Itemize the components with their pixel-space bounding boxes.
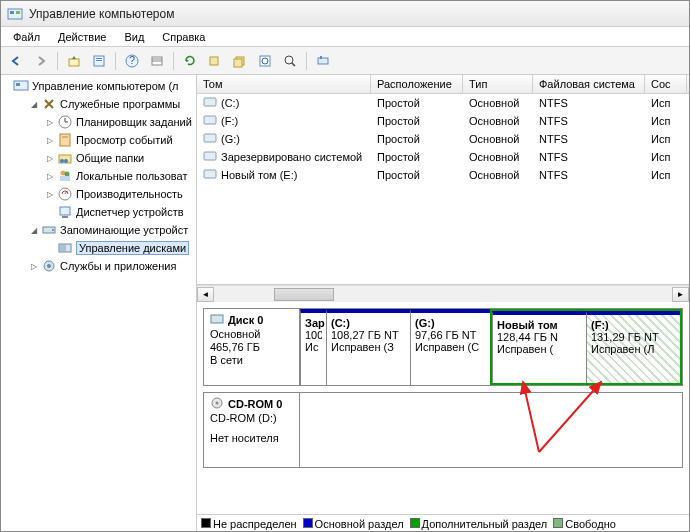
disk0-info: Диск 0 Основной 465,76 ГБ В сети: [204, 309, 300, 385]
legend: Не распределен Основной раздел Дополните…: [197, 514, 689, 532]
disk0-partitions: Зар 100 Ис (C:) 108,27 ГБ NT Исправен (З…: [300, 309, 682, 385]
tool-button-2[interactable]: [229, 50, 251, 72]
menu-help[interactable]: Справка: [154, 29, 213, 45]
volume-list-header: Том Расположение Тип Файловая система Со…: [197, 75, 689, 94]
computer-icon: [13, 78, 29, 94]
tool-button-3[interactable]: [254, 50, 276, 72]
volume-icon: [203, 133, 217, 143]
titlebar: Управление компьютером: [1, 1, 689, 27]
clock-icon: [57, 114, 73, 130]
perf-icon: [57, 186, 73, 202]
tool-button-5[interactable]: [312, 50, 334, 72]
right-pane: Том Расположение Тип Файловая система Со…: [197, 75, 689, 532]
tool-button-4[interactable]: [279, 50, 301, 72]
svg-point-51: [216, 402, 219, 405]
svg-point-32: [65, 172, 70, 177]
tree-root[interactable]: Управление компьютером (л: [1, 77, 196, 95]
disk-graphical-area: Диск 0 Основной 465,76 ГБ В сети Зар 100…: [197, 302, 689, 514]
device-icon: [57, 204, 73, 220]
folder-shared-icon: [57, 150, 73, 166]
svg-rect-37: [62, 216, 68, 218]
disk0-row[interactable]: Диск 0 Основной 465,76 ГБ В сети Зар 100…: [203, 308, 683, 386]
tree-eventviewer[interactable]: ▷Просмотр событий: [1, 131, 196, 149]
svg-rect-1: [10, 11, 14, 14]
expand-icon[interactable]: ▷: [45, 118, 54, 127]
svg-rect-2: [16, 11, 20, 14]
col-layout[interactable]: Расположение: [371, 75, 463, 93]
volume-row[interactable]: (F:)ПростойОсновнойNTFSИсп: [197, 112, 689, 130]
expand-icon[interactable]: ▷: [29, 262, 38, 271]
partition-e[interactable]: Новый том 128,44 ГБ N Исправен (: [492, 311, 586, 383]
col-status[interactable]: Сос: [645, 75, 687, 93]
svg-rect-33: [60, 176, 70, 181]
svg-rect-20: [320, 56, 322, 59]
volume-row[interactable]: Новый том (E:)ПростойОсновнойNTFSИсп: [197, 166, 689, 184]
collapse-icon[interactable]: ◢: [29, 100, 38, 109]
svg-rect-45: [204, 116, 216, 124]
volume-icon: [203, 97, 217, 107]
svg-rect-19: [318, 58, 328, 64]
refresh-button[interactable]: [179, 50, 201, 72]
expand-icon[interactable]: ▷: [45, 154, 54, 163]
tree-system-tools[interactable]: ◢ Служебные программы: [1, 95, 196, 113]
partition-f[interactable]: (F:) 131,29 ГБ NT Исправен (Л: [586, 311, 680, 383]
volume-row[interactable]: Зарезервировано системойПростойОсновнойN…: [197, 148, 689, 166]
tree-services[interactable]: ▷Службы и приложения: [1, 257, 196, 275]
horizontal-scrollbar[interactable]: ◄ ►: [197, 285, 689, 302]
svg-point-43: [47, 264, 51, 268]
svg-line-18: [292, 63, 295, 66]
expand-icon[interactable]: ▷: [45, 172, 54, 181]
menu-action[interactable]: Действие: [50, 29, 114, 45]
tree-diskmgmt[interactable]: Управление дисками: [1, 239, 196, 257]
up-button[interactable]: [63, 50, 85, 72]
help-button[interactable]: ?: [121, 50, 143, 72]
toolbar: ?: [1, 47, 689, 75]
forward-button[interactable]: [30, 50, 52, 72]
svg-rect-47: [204, 152, 216, 160]
volume-icon: [203, 115, 217, 125]
svg-rect-14: [234, 59, 242, 67]
tree-performance[interactable]: ▷Производительность: [1, 185, 196, 203]
partition-g[interactable]: (G:) 97,66 ГБ NT Исправен (С: [410, 309, 490, 385]
svg-rect-48: [204, 170, 216, 178]
col-type[interactable]: Тип: [463, 75, 533, 93]
scroll-thumb[interactable]: [274, 288, 334, 301]
cdrom-row[interactable]: CD-ROM 0 CD-ROM (D:) Нет носителя: [203, 392, 683, 468]
disk-icon: [210, 313, 224, 327]
expand-icon[interactable]: ▷: [45, 190, 54, 199]
back-button[interactable]: [5, 50, 27, 72]
tree-storage[interactable]: ◢Запоминающие устройст: [1, 221, 196, 239]
tool-button-1[interactable]: [204, 50, 226, 72]
scroll-right-icon[interactable]: ►: [672, 287, 689, 302]
menu-view[interactable]: Вид: [116, 29, 152, 45]
svg-rect-6: [96, 60, 102, 61]
tree-local-users[interactable]: ▷Локальные пользоват: [1, 167, 196, 185]
tree-devmgr[interactable]: Диспетчер устройств: [1, 203, 196, 221]
scroll-left-icon[interactable]: ◄: [197, 287, 214, 302]
menu-file[interactable]: Файл: [5, 29, 48, 45]
tree-pane: Управление компьютером (л ◢ Служебные пр…: [1, 75, 197, 532]
tree-shared[interactable]: ▷Общие папки: [1, 149, 196, 167]
cdrom-info: CD-ROM 0 CD-ROM (D:) Нет носителя: [204, 393, 300, 467]
expand-icon[interactable]: ▷: [45, 136, 54, 145]
collapse-icon[interactable]: ◢: [29, 226, 38, 235]
svg-point-17: [285, 56, 293, 64]
disk-icon: [57, 240, 73, 256]
volume-icon: [203, 169, 217, 179]
view-list-button[interactable]: [146, 50, 168, 72]
svg-point-29: [60, 159, 64, 163]
col-volume[interactable]: Том: [197, 75, 371, 93]
svg-point-39: [52, 229, 54, 231]
svg-rect-41: [60, 245, 66, 251]
partition-reserved[interactable]: Зар 100 Ис: [300, 309, 326, 385]
col-filesystem[interactable]: Файловая система: [533, 75, 645, 93]
users-icon: [57, 168, 73, 184]
volume-row[interactable]: (G:)ПростойОсновнойNTFSИсп: [197, 130, 689, 148]
svg-rect-26: [60, 134, 70, 146]
volume-row[interactable]: (C:)ПростойОсновнойNTFSИсп: [197, 94, 689, 112]
svg-rect-3: [69, 59, 79, 66]
partition-c[interactable]: (C:) 108,27 ГБ NT Исправен (З: [326, 309, 410, 385]
menubar: Файл Действие Вид Справка: [1, 27, 689, 47]
properties-button[interactable]: [88, 50, 110, 72]
tree-scheduler[interactable]: ▷Планировщик заданий: [1, 113, 196, 131]
